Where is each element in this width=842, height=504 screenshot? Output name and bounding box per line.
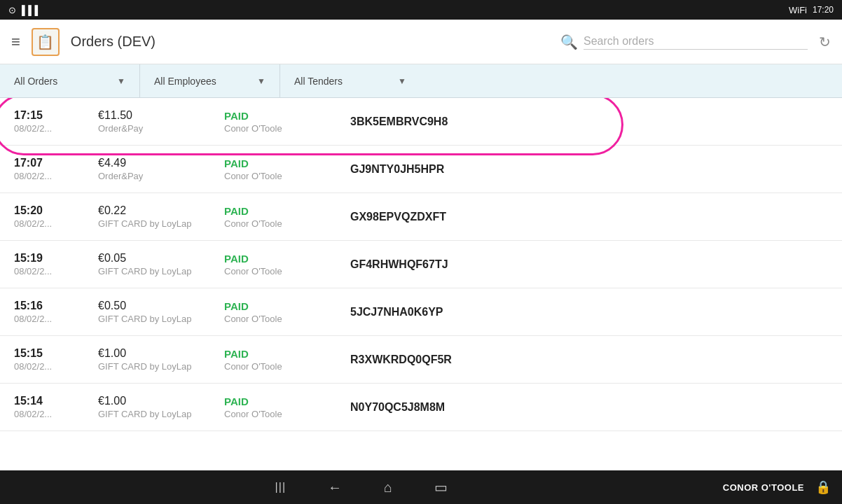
order-status-col: PAID Conor O'Toole bbox=[224, 153, 350, 186]
filter-all-orders-chevron: ▼ bbox=[117, 76, 125, 86]
order-status-badge: PAID bbox=[224, 300, 350, 312]
order-time-col: 15:16 08/02/2... bbox=[14, 295, 98, 328]
order-date: 08/02/2... bbox=[14, 314, 98, 324]
filter-all-tenders-label: All Tenders bbox=[294, 76, 343, 87]
order-status-badge: PAID bbox=[224, 348, 350, 360]
order-employee: Conor O'Toole bbox=[224, 218, 350, 229]
order-status-col: PAID Conor O'Toole bbox=[224, 343, 350, 376]
clock-icon: ⊙ bbox=[8, 5, 16, 15]
order-time: 15:16 bbox=[14, 300, 98, 312]
status-time: 17:20 bbox=[813, 5, 834, 15]
search-input[interactable] bbox=[584, 34, 808, 50]
refresh-icon[interactable]: ↻ bbox=[819, 34, 831, 50]
order-amount: €1.00 bbox=[98, 395, 224, 407]
order-date: 08/02/2... bbox=[14, 266, 98, 276]
order-method: GIFT CARD by LoyLap bbox=[98, 361, 224, 372]
order-status-col: PAID Conor O'Toole bbox=[224, 248, 350, 281]
status-bar-right: WiFi 17:20 bbox=[789, 5, 834, 15]
order-amount-col: €0.22 GIFT CARD by LoyLap bbox=[98, 200, 224, 233]
order-row[interactable]: 17:15 08/02/2... €11.50 Order&Pay PAID C… bbox=[0, 98, 842, 146]
search-wrapper: 🔍 ↻ bbox=[560, 34, 831, 50]
order-employee: Conor O'Toole bbox=[224, 314, 350, 324]
order-row[interactable]: 15:14 08/02/2... €1.00 GIFT CARD by LoyL… bbox=[0, 384, 842, 431]
filter-all-orders[interactable]: All Orders ▼ bbox=[0, 64, 140, 97]
filter-all-employees-label: All Employees bbox=[154, 76, 216, 87]
order-time: 17:15 bbox=[14, 109, 98, 122]
filter-all-tenders-chevron: ▼ bbox=[398, 76, 406, 86]
status-bar-left: ⊙ ▌▌▌ bbox=[8, 5, 41, 15]
order-row[interactable]: 15:20 08/02/2... €0.22 GIFT CARD by LoyL… bbox=[0, 193, 842, 241]
app-bar: ≡ 📋 Orders (DEV) 🔍 ↻ bbox=[0, 20, 842, 64]
filter-all-employees-chevron: ▼ bbox=[257, 76, 265, 86]
back-icon[interactable]: ← bbox=[328, 479, 342, 496]
order-row[interactable]: 17:07 08/02/2... €4.49 Order&Pay PAID Co… bbox=[0, 146, 842, 193]
menu-icon[interactable]: ≡ bbox=[11, 33, 20, 51]
lock-icon[interactable]: 🔒 bbox=[815, 479, 842, 495]
orders-list: 17:15 08/02/2... €11.50 Order&Pay PAID C… bbox=[0, 98, 842, 470]
order-status-badge: PAID bbox=[224, 110, 350, 122]
home-icon[interactable]: ⌂ bbox=[384, 479, 392, 496]
app-title: Orders (DEV) bbox=[71, 34, 549, 50]
order-status-badge: PAID bbox=[224, 158, 350, 169]
order-employee: Conor O'Toole bbox=[224, 361, 350, 372]
order-status-col: PAID Conor O'Toole bbox=[224, 295, 350, 328]
signal-bars-icon: ▌▌▌ bbox=[22, 5, 41, 15]
order-method: GIFT CARD by LoyLap bbox=[98, 314, 224, 324]
order-amount: €11.50 bbox=[98, 109, 224, 122]
order-amount-col: €0.05 GIFT CARD by LoyLap bbox=[98, 248, 224, 281]
order-date: 08/02/2... bbox=[14, 218, 98, 229]
filter-all-orders-label: All Orders bbox=[14, 76, 57, 87]
order-amount-col: €11.50 Order&Pay bbox=[98, 105, 224, 138]
order-id: 5JCJ7NHA0K6YP bbox=[350, 295, 828, 328]
order-method: GIFT CARD by LoyLap bbox=[98, 266, 224, 276]
order-row[interactable]: 15:16 08/02/2... €0.50 GIFT CARD by LoyL… bbox=[0, 288, 842, 336]
order-id: GX98EPVQZDXFT bbox=[350, 200, 828, 233]
order-date: 08/02/2... bbox=[14, 361, 98, 372]
order-method: Order&Pay bbox=[98, 123, 224, 134]
order-id: 3BK5EMBRVC9H8 bbox=[350, 105, 828, 138]
order-employee: Conor O'Toole bbox=[224, 123, 350, 134]
order-amount: €0.50 bbox=[98, 300, 224, 312]
app-logo: 📋 bbox=[32, 28, 60, 56]
barcode-icon[interactable]: ||| bbox=[275, 481, 286, 493]
bottom-nav: ||| ← ⌂ ▭ CONOR O'TOOLE 🔒 bbox=[0, 470, 842, 504]
order-amount-col: €1.00 GIFT CARD by LoyLap bbox=[98, 391, 224, 424]
order-time: 15:15 bbox=[14, 347, 98, 360]
recent-apps-icon[interactable]: ▭ bbox=[434, 479, 448, 496]
order-amount: €0.22 bbox=[98, 204, 224, 217]
order-date: 08/02/2... bbox=[14, 123, 98, 134]
filter-all-tenders[interactable]: All Tenders ▼ bbox=[280, 64, 420, 97]
order-amount: €4.49 bbox=[98, 157, 224, 169]
order-method: Order&Pay bbox=[98, 171, 224, 181]
filter-all-employees[interactable]: All Employees ▼ bbox=[140, 64, 280, 97]
order-amount-col: €1.00 GIFT CARD by LoyLap bbox=[98, 343, 224, 376]
search-icon[interactable]: 🔍 bbox=[560, 34, 578, 50]
order-status-col: PAID Conor O'Toole bbox=[224, 391, 350, 424]
order-method: GIFT CARD by LoyLap bbox=[98, 218, 224, 229]
nav-icons: ||| ← ⌂ ▭ bbox=[0, 479, 723, 496]
order-row[interactable]: 15:19 08/02/2... €0.05 GIFT CARD by LoyL… bbox=[0, 241, 842, 288]
order-time-col: 15:14 08/02/2... bbox=[14, 391, 98, 424]
wifi-icon: WiFi bbox=[789, 5, 807, 15]
order-time: 17:07 bbox=[14, 157, 98, 169]
order-amount-col: €0.50 GIFT CARD by LoyLap bbox=[98, 295, 224, 328]
order-employee: Conor O'Toole bbox=[224, 266, 350, 276]
order-id: GF4RHWHQF67TJ bbox=[350, 248, 828, 281]
order-id: GJ9NTY0JH5HPR bbox=[350, 153, 828, 186]
order-employee: Conor O'Toole bbox=[224, 171, 350, 181]
order-date: 08/02/2... bbox=[14, 171, 98, 181]
status-bar: ⊙ ▌▌▌ WiFi 17:20 bbox=[0, 0, 842, 20]
order-time-col: 15:19 08/02/2... bbox=[14, 248, 98, 281]
order-time: 15:14 bbox=[14, 395, 98, 407]
order-time: 15:20 bbox=[14, 204, 98, 217]
order-method: GIFT CARD by LoyLap bbox=[98, 409, 224, 419]
order-time-col: 17:15 08/02/2... bbox=[14, 105, 98, 138]
order-row[interactable]: 15:15 08/02/2... €1.00 GIFT CARD by LoyL… bbox=[0, 336, 842, 384]
order-amount: €0.05 bbox=[98, 252, 224, 265]
order-id: N0Y70QC5J8M8M bbox=[350, 391, 828, 424]
order-status-badge: PAID bbox=[224, 396, 350, 407]
order-time-col: 17:07 08/02/2... bbox=[14, 153, 98, 186]
order-status-col: PAID Conor O'Toole bbox=[224, 200, 350, 233]
order-date: 08/02/2... bbox=[14, 409, 98, 419]
filter-bar: All Orders ▼ All Employees ▼ All Tenders… bbox=[0, 64, 842, 98]
